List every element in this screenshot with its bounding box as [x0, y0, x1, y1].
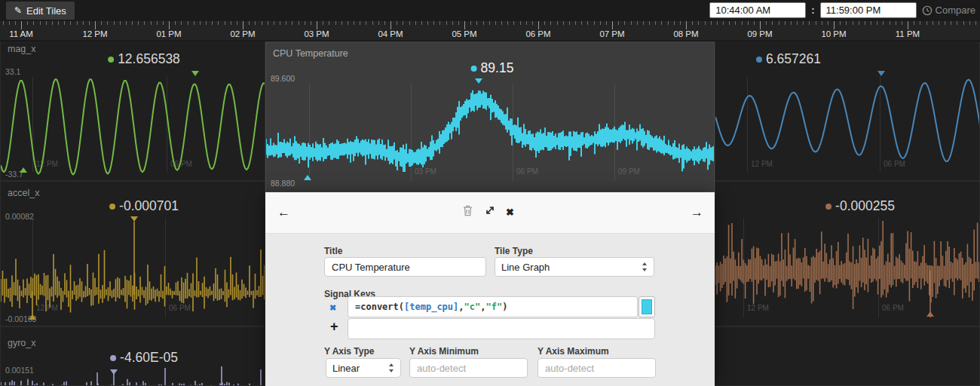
- add-signal-icon[interactable]: +: [330, 322, 338, 331]
- timeline-tick: [212, 21, 213, 25]
- timeline-hour-label: 01 PM: [156, 29, 181, 38]
- timeline-tick: [299, 21, 299, 25]
- tile-accel_x[interactable]: 12 PM06 PMaccel_x-0.0007010.00082-0.0016…: [0, 181, 265, 326]
- timeline-tick: [877, 21, 877, 25]
- timeline-tick: [834, 21, 835, 29]
- timeline-tick: [464, 21, 465, 29]
- timeline-tick: [896, 21, 896, 25]
- timeline-tick: [384, 21, 385, 25]
- compare-button[interactable]: Compare: [922, 5, 975, 16]
- timeline-tick: [939, 21, 939, 25]
- timeline-tick: [366, 21, 366, 25]
- timeline-tick: [797, 21, 798, 25]
- timeline-tick: [206, 21, 207, 25]
- tile-right_middle[interactable]: 12 PM06 PM-0.000255: [715, 181, 980, 326]
- timeline-tick: [779, 21, 779, 25]
- timeline-tick: [126, 21, 127, 25]
- tile-bottom_right[interactable]: [715, 326, 980, 386]
- tile-mag_x[interactable]: 12 PM06 PMmag_x12.65653833.1-33.7: [0, 41, 265, 181]
- timeline-tick: [908, 21, 908, 29]
- timeline-tick: [427, 21, 428, 25]
- timeline-tick: [513, 21, 514, 25]
- timeline-tick: [926, 21, 927, 25]
- time-gridline: [747, 77, 748, 172]
- timeline-tick: [668, 21, 669, 25]
- timeline-tick: [606, 21, 607, 25]
- timeline-tick: [421, 21, 422, 25]
- timeline-tick: [865, 21, 865, 25]
- tile-cpu_temperature[interactable]: 03 PM06 PM09 PMCPU Temperature89.1589.60…: [265, 41, 715, 192]
- min-marker: [926, 311, 934, 317]
- title-input[interactable]: [324, 257, 486, 277]
- cursor-value-text: -4.60E-05: [120, 350, 178, 366]
- timeline-tick: [403, 21, 403, 25]
- series-color-dot: [756, 57, 762, 63]
- tile-cursor-value: -0.000701: [109, 198, 179, 214]
- time-gridline: [614, 84, 615, 181]
- expr-signal-key: [temp_cpu]: [404, 302, 458, 312]
- timeline-tick: [390, 21, 391, 29]
- next-tile-arrow-icon[interactable]: →: [691, 206, 703, 219]
- timeline-tick: [458, 21, 459, 25]
- edit-tiles-button[interactable]: ✎ Edit Tiles: [6, 2, 75, 20]
- timeline-tick: [723, 21, 724, 25]
- time-gridline: [165, 218, 166, 317]
- timeline-tick: [495, 21, 496, 25]
- y-max-label: 0.00082: [5, 212, 34, 221]
- tile-right_top[interactable]: 12 PM06 PM6.657261: [715, 41, 980, 181]
- y-axis-min-input[interactable]: [409, 358, 528, 378]
- cursor-value-text: 12.656538: [118, 51, 180, 67]
- timeline-tick: [151, 21, 152, 25]
- remove-signal-icon[interactable]: ✖: [329, 303, 336, 312]
- start-time-input[interactable]: [709, 2, 806, 18]
- tile-type-select[interactable]: Line Graph: [495, 257, 654, 277]
- y-axis-max-input[interactable]: [537, 358, 656, 378]
- pencil-icon: ✎: [14, 5, 22, 16]
- new-signal-key-input[interactable]: [348, 318, 655, 339]
- time-gridline: [880, 77, 880, 172]
- expr-arg-fahrenheit: "f": [485, 302, 502, 312]
- timeline-tick: [21, 21, 22, 29]
- series-color-swatch[interactable]: [639, 296, 655, 317]
- delete-tile-icon[interactable]: [463, 205, 473, 219]
- dashboard: ✎ Edit Tiles : Compare 11 AM12 PM01 PM02…: [0, 0, 980, 386]
- tile-type-value: Line Graph: [501, 262, 550, 273]
- end-time-input[interactable]: [820, 2, 917, 18]
- timeline-tick: [237, 21, 237, 25]
- timeline-tick: [563, 21, 564, 25]
- timeline-tick: [742, 21, 743, 25]
- timeline-tick: [397, 21, 397, 25]
- timeline-tick: [538, 21, 539, 29]
- time-gridline-label: 12 PM: [751, 160, 773, 168]
- cursor-value-text: 89.15: [481, 60, 514, 76]
- y-axis-type-select[interactable]: Linear: [326, 358, 401, 378]
- timeline-tick: [637, 21, 638, 25]
- timeline-tick: [470, 21, 471, 25]
- timeline-tick: [760, 21, 761, 29]
- timeline-tick: [957, 21, 957, 25]
- timeline-tick: [785, 21, 786, 25]
- previous-tile-arrow-icon[interactable]: ←: [277, 206, 290, 219]
- timeline-tick: [335, 21, 336, 25]
- timeline-tick: [255, 21, 256, 25]
- min-marker: [20, 167, 27, 173]
- timeline-axis[interactable]: 11 AM12 PM01 PM02 PM03 PM04 PM05 PM06 PM…: [0, 21, 980, 41]
- signal-key-expression-input[interactable]: =convert([temp_cpu],"c","f"): [348, 296, 638, 317]
- timeline-tick: [890, 21, 890, 25]
- expand-tile-icon[interactable]: [485, 205, 495, 219]
- timeline-tick: [963, 21, 964, 25]
- time-range-controls: : Compare: [709, 2, 975, 18]
- timeline-tick: [101, 21, 102, 25]
- timeline-hour-label: 02 PM: [230, 29, 255, 38]
- time-gridline: [167, 77, 167, 172]
- tile-editor-modal: ← ✖ → Title Tile Type Line Graph: [265, 192, 715, 386]
- timeline-tick: [526, 21, 527, 25]
- timeline-tick: [649, 21, 650, 25]
- timeline-tick: [816, 21, 816, 25]
- timeline-tick: [550, 21, 551, 25]
- tile-gyro_x[interactable]: gyro_x-4.60E-050.00151: [0, 326, 265, 386]
- timeline-tick: [754, 21, 755, 25]
- timeline-hour-label: 04 PM: [378, 29, 403, 38]
- close-modal-icon[interactable]: ✖: [506, 206, 514, 219]
- timeline-tick: [144, 21, 145, 25]
